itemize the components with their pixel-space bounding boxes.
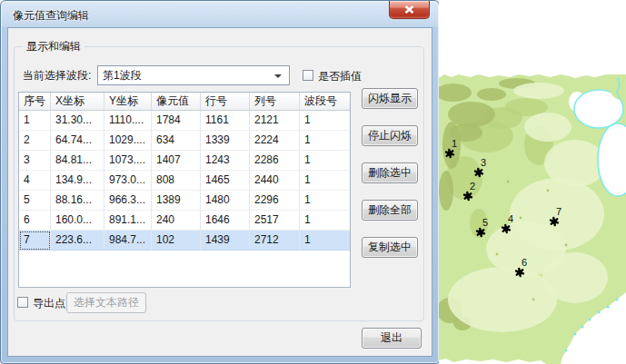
table-cell: 2224 bbox=[250, 131, 300, 151]
table-row[interactable]: 264.74...1029....634133922241 bbox=[19, 131, 350, 151]
table-row[interactable]: 6160.0...891.1...240164625171 bbox=[19, 211, 350, 231]
table-cell: 1161 bbox=[201, 111, 250, 131]
table-row[interactable]: 131.30...1110....1784116121211 bbox=[19, 111, 350, 131]
dialog-client-area: 显示和编辑 当前选择波段: 第1波段 是否插值 序号X坐标Y坐标像元值行号列号波… bbox=[7, 27, 432, 357]
svg-text:5: 5 bbox=[482, 217, 488, 228]
column-header-2[interactable]: X坐标 bbox=[51, 93, 104, 111]
table-cell: 1110.... bbox=[104, 111, 152, 131]
table-cell: 160.0... bbox=[51, 211, 104, 231]
table-cell: 4 bbox=[19, 171, 51, 191]
band-select-combobox[interactable]: 第1波段 bbox=[97, 65, 290, 85]
select-text-path-button[interactable]: 选择文本路径 bbox=[66, 292, 146, 313]
table-cell: 84.81... bbox=[51, 151, 104, 171]
chevron-down-icon bbox=[274, 74, 282, 78]
table-row[interactable]: 384.81...1073....1407124322861 bbox=[19, 151, 350, 171]
table-cell: 1 bbox=[300, 171, 350, 191]
map-view[interactable]: 1234567 bbox=[439, 0, 626, 364]
stop-flash-button[interactable]: 停止闪烁 bbox=[362, 125, 418, 146]
band-select-value: 第1波段 bbox=[103, 68, 142, 84]
table-cell: 1 bbox=[300, 111, 350, 131]
table-cell: 1 bbox=[300, 191, 350, 211]
table-cell: 3 bbox=[19, 151, 51, 171]
svg-text:6: 6 bbox=[522, 257, 527, 268]
table-cell: 2286 bbox=[250, 151, 300, 171]
close-icon bbox=[404, 5, 414, 14]
table-cell: 5 bbox=[19, 191, 51, 211]
table-cell: 2517 bbox=[250, 211, 300, 231]
table-cell: 1 bbox=[300, 231, 350, 251]
svg-text:4: 4 bbox=[508, 213, 513, 224]
table-cell: 1073.... bbox=[104, 151, 152, 171]
column-header-4[interactable]: 像元值 bbox=[152, 93, 201, 111]
band-select-label: 当前选择波段: bbox=[23, 68, 91, 84]
table-row[interactable]: 7223.6...984.7...102143927121 bbox=[19, 231, 350, 251]
table-cell: 634 bbox=[152, 131, 201, 151]
column-header-1[interactable]: 序号 bbox=[19, 93, 51, 111]
column-header-5[interactable]: 行号 bbox=[201, 93, 250, 111]
table-row[interactable]: 588.16...966.3...1389148022961 bbox=[19, 191, 350, 211]
svg-text:3: 3 bbox=[481, 157, 486, 168]
table-cell: 984.7... bbox=[104, 231, 152, 251]
table-cell: 1029.... bbox=[104, 131, 152, 151]
interpolate-checkbox[interactable] bbox=[303, 70, 313, 81]
table-cell: 31.30... bbox=[51, 111, 104, 131]
table-cell: 88.16... bbox=[51, 191, 104, 211]
svg-text:2: 2 bbox=[470, 181, 475, 192]
column-header-3[interactable]: Y坐标 bbox=[104, 93, 152, 111]
table-cell: 1480 bbox=[201, 191, 250, 211]
table-row[interactable]: 4134.9...973.0...808146524401 bbox=[19, 171, 350, 191]
table-body: 131.30...1110....1784116121211264.74...1… bbox=[19, 111, 350, 251]
table-cell: 808 bbox=[152, 171, 201, 191]
pixel-table[interactable]: 序号X坐标Y坐标像元值行号列号波段号 131.30...1110....1784… bbox=[18, 92, 351, 288]
export-points-label: 导出点 bbox=[33, 296, 65, 311]
table-cell: 240 bbox=[152, 211, 201, 231]
export-points-checkbox[interactable] bbox=[17, 297, 28, 308]
table-cell: 2 bbox=[19, 131, 51, 151]
terrain-map: 1234567 bbox=[439, 0, 626, 364]
table-cell: 2440 bbox=[250, 171, 300, 191]
delete-selected-button[interactable]: 删除选中 bbox=[362, 162, 418, 183]
table-cell: 2121 bbox=[250, 111, 300, 131]
title-bar[interactable]: 像元值查询编辑 bbox=[1, 1, 439, 27]
table-header: 序号X坐标Y坐标像元值行号列号波段号 bbox=[19, 93, 350, 111]
table-cell: 2296 bbox=[250, 191, 300, 211]
table-cell: 1439 bbox=[201, 231, 250, 251]
table-cell: 1243 bbox=[201, 151, 250, 171]
table-cell: 1339 bbox=[201, 131, 250, 151]
table-cell: 1 bbox=[19, 111, 51, 131]
table-cell: 1407 bbox=[152, 151, 201, 171]
table-cell: 134.9... bbox=[51, 171, 104, 191]
table-cell: 973.0... bbox=[104, 171, 152, 191]
table-cell: 7 bbox=[19, 231, 51, 251]
flash-display-button[interactable]: 闪烁显示 bbox=[362, 88, 418, 109]
table-cell: 1646 bbox=[201, 211, 250, 231]
table-cell: 223.6... bbox=[51, 231, 104, 251]
svg-text:7: 7 bbox=[556, 206, 561, 217]
table-cell: 1 bbox=[300, 131, 350, 151]
window-title: 像元值查询编辑 bbox=[13, 8, 89, 24]
table-cell: 1 bbox=[300, 211, 350, 231]
table-cell: 1784 bbox=[152, 111, 201, 131]
table-cell: 64.74... bbox=[51, 131, 104, 151]
interpolate-checkbox-label: 是否插值 bbox=[318, 69, 362, 84]
table-cell: 1465 bbox=[201, 171, 250, 191]
column-header-7[interactable]: 波段号 bbox=[300, 93, 350, 111]
table-cell: 6 bbox=[19, 211, 51, 231]
table-cell: 966.3... bbox=[104, 191, 152, 211]
column-header-6[interactable]: 列号 bbox=[250, 93, 300, 111]
side-buttons: 闪烁显示停止闪烁删除选中删除全部复制选中 bbox=[362, 88, 418, 288]
copy-selected-button[interactable]: 复制选中 bbox=[362, 237, 418, 258]
table-cell: 1389 bbox=[152, 191, 201, 211]
table-cell: 102 bbox=[152, 231, 201, 251]
delete-all-button[interactable]: 删除全部 bbox=[362, 200, 418, 221]
close-button[interactable] bbox=[389, 1, 430, 19]
group-title: 显示和编辑 bbox=[23, 39, 84, 54]
svg-text:1: 1 bbox=[452, 138, 457, 149]
table-cell: 2712 bbox=[250, 231, 300, 251]
pixel-value-dialog: 像元值查询编辑 显示和编辑 当前选择波段: 第1波段 是否插值 序号X坐标Y坐标… bbox=[0, 0, 440, 364]
table-cell: 891.1... bbox=[104, 211, 152, 231]
table-cell: 1 bbox=[300, 151, 350, 171]
exit-button[interactable]: 退出 bbox=[362, 328, 422, 349]
